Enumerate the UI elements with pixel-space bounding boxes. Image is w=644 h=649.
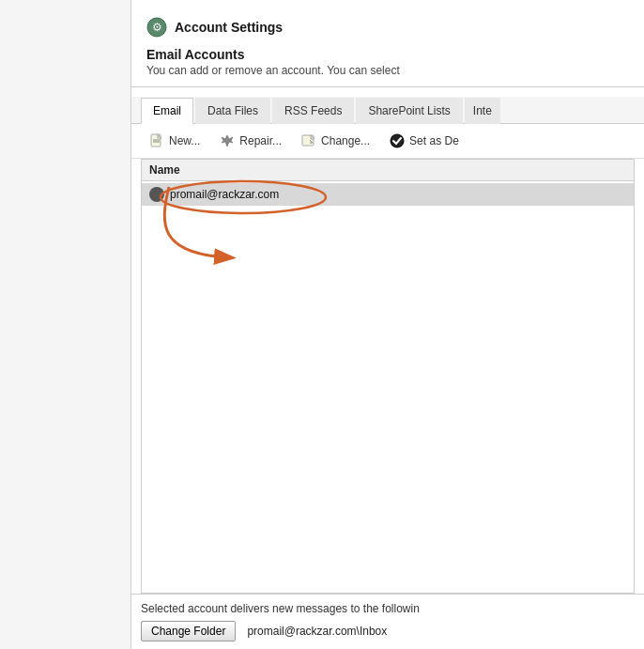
toolbar: New... Repair...	[131, 124, 644, 159]
email-accounts-description: You can add or remove an account. You ca…	[146, 64, 629, 77]
footer-row: Change Folder promail@rackzar.com\Inbox	[141, 621, 635, 641]
accounts-table-header: Name	[142, 160, 634, 181]
change-icon	[300, 132, 317, 149]
tabs-bar: Email Data Files RSS Feeds SharePoint Li…	[131, 97, 644, 124]
account-icon	[149, 187, 164, 202]
email-accounts-section: Email Accounts You can add or remove an …	[131, 41, 644, 79]
tab-data-files[interactable]: Data Files	[195, 98, 270, 124]
tab-email[interactable]: Email	[141, 98, 193, 124]
set-default-button[interactable]: Set as De	[381, 130, 467, 152]
new-button[interactable]: New...	[141, 130, 207, 152]
tab-internet[interactable]: Inte	[465, 98, 500, 124]
change-button-label: Change...	[321, 134, 370, 147]
svg-text:⚙: ⚙	[152, 21, 162, 34]
new-icon	[148, 132, 165, 149]
footer-description: Selected account delivers new messages t…	[141, 602, 635, 615]
change-button[interactable]: Change...	[293, 130, 377, 152]
account-settings-header: ⚙ Account Settings	[131, 9, 644, 41]
new-button-label: New...	[169, 134, 200, 147]
accounts-table: Name promail@rackzar.com	[141, 159, 635, 594]
email-accounts-heading: Email Accounts	[146, 47, 629, 62]
left-sidebar	[0, 0, 131, 649]
tab-rss-feeds[interactable]: RSS Feeds	[272, 98, 354, 124]
repair-button-label: Repair...	[239, 134, 282, 147]
accounts-table-body: promail@rackzar.com	[142, 181, 634, 208]
table-row[interactable]: promail@rackzar.com	[142, 183, 634, 206]
footer-section: Selected account delivers new messages t…	[131, 594, 644, 649]
account-settings-title: Account Settings	[175, 20, 283, 35]
account-settings-icon: ⚙	[146, 17, 167, 38]
check-icon	[389, 132, 406, 149]
change-folder-button[interactable]: Change Folder	[141, 621, 236, 641]
name-column-header: Name	[149, 163, 180, 177]
repair-button[interactable]: Repair...	[211, 130, 289, 152]
footer-path: promail@rackzar.com\Inbox	[247, 625, 387, 638]
tab-sharepoint-lists[interactable]: SharePoint Lists	[356, 98, 462, 124]
repair-icon	[219, 132, 236, 149]
main-content: ⚙ Account Settings Email Accounts You ca…	[131, 0, 644, 649]
set-default-button-label: Set as De	[409, 134, 459, 147]
account-email: promail@rackzar.com	[170, 188, 279, 201]
accounts-panel: Name promail@rackzar.com	[131, 159, 644, 594]
